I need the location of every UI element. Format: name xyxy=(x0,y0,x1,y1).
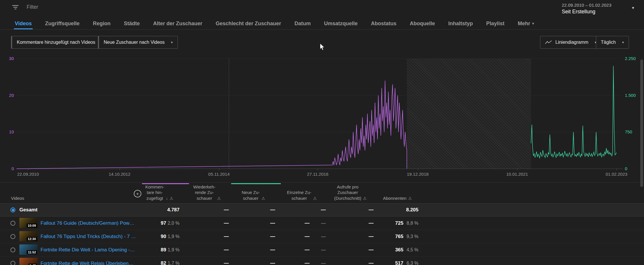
x-axis-tick-label: 27.11.2016 xyxy=(307,172,328,177)
video-thumbnail[interactable]: 10:09 xyxy=(19,218,38,228)
chart-type-selector[interactable]: Liniendiagramm ▾ xyxy=(540,36,601,49)
cell-value: — xyxy=(305,260,310,265)
column-header-aufrufe-pro[interactable]: Aufrufe pro Zuschauer (Durchschnitt)⚠ xyxy=(327,183,374,204)
x-axis-tick-mark xyxy=(219,169,219,170)
metric-selector-comments[interactable]: Kommentare hinzugefügt nach Videos ▾ xyxy=(11,36,108,49)
x-axis-tick-mark xyxy=(120,169,120,170)
tab-städte[interactable]: Städte xyxy=(124,18,140,29)
metric-selector-new-viewers[interactable]: Neue Zuschauer nach Videos ▾ xyxy=(98,36,178,49)
granularity-label: Täglich xyxy=(601,40,616,45)
x-axis-tick-label: 01.02.2023 xyxy=(606,172,627,177)
left-axis-tick-label: 0 xyxy=(0,166,14,171)
tab-region[interactable]: Region xyxy=(93,18,111,29)
column-header-neue-zu-[interactable]: Neue Zu- schauer⚠ xyxy=(232,183,275,204)
sort-descending-icon[interactable]: ↓ xyxy=(166,196,168,201)
tab-label: Inhaltstyp xyxy=(448,21,473,27)
tab-label: Aboquelle xyxy=(410,21,435,27)
video-row-radio[interactable] xyxy=(10,247,15,252)
data-cell: 3654,5 % xyxy=(376,243,418,256)
filter-input[interactable]: Filter xyxy=(12,4,38,10)
column-header-kommen-[interactable]: Kommen- tare hin- zugefügt↓⚠ xyxy=(139,183,180,204)
total-value: 8.205 xyxy=(406,207,418,213)
cell-value: — xyxy=(270,234,275,239)
cell-percent: 6,3 % xyxy=(403,261,418,265)
x-axis-tick-mark xyxy=(517,169,517,170)
total-cell: — xyxy=(327,204,374,216)
video-row-radio[interactable] xyxy=(10,234,15,239)
data-cell: — xyxy=(327,217,374,230)
data-cell: 821,7 % xyxy=(139,257,180,265)
video-row-radio[interactable] xyxy=(10,261,15,265)
left-axis-tick-label: 10 xyxy=(0,129,14,134)
video-title-link[interactable]: Fallout 76 Tipps Und Tricks (Deutsch) - … xyxy=(41,234,136,239)
video-thumbnail[interactable]: 12:30 xyxy=(19,231,38,242)
data-cell: — xyxy=(232,243,275,256)
date-range-picker[interactable]: 22.09.2010 – 01.02.2023 Seit Erstellung xyxy=(562,3,611,15)
data-cell: 7258,8 % xyxy=(376,217,418,230)
tab-videos[interactable]: Videos xyxy=(15,18,32,29)
video-title-link[interactable]: Fallout 76 Guide (Deutsch/German) Powerg… xyxy=(41,220,136,226)
series-line-kommentare-hinzugefügt xyxy=(17,81,407,169)
cell-value: — xyxy=(270,260,275,265)
metric-label: Neue Zuschauer nach Videos xyxy=(104,40,165,45)
vertical-scrollbar[interactable] xyxy=(640,59,643,187)
cell-percent: 2,0 % xyxy=(166,221,180,226)
left-axis-tick-label: 20 xyxy=(0,93,14,98)
cell-percent: — xyxy=(310,247,326,253)
data-cell: — xyxy=(327,257,374,265)
cell-value: — xyxy=(305,220,310,226)
total-value: — xyxy=(369,207,374,213)
column-header-einzelne-zu-[interactable]: Einzelne Zu- schauer⚠ xyxy=(278,183,326,204)
date-range-text: 22.09.2010 – 01.02.2023 xyxy=(562,3,611,8)
tabs-divider xyxy=(0,29,644,30)
column-header-label: Kommen- tare hin- zugefügt xyxy=(145,184,164,201)
cell-value: 765 xyxy=(395,234,403,239)
tab-geschlecht-der-zuschauer[interactable]: Geschlecht der Zuschauer xyxy=(216,18,281,29)
tab-label: Playlist xyxy=(486,21,504,27)
total-row-label: Gesamt xyxy=(19,207,37,213)
x-axis-tick-label: 22.09.2010 xyxy=(17,172,39,177)
tab-umsatzquelle[interactable]: Umsatzquelle xyxy=(324,18,358,29)
tab-abostatus[interactable]: Abostatus xyxy=(371,18,396,29)
tab-datum[interactable]: Datum xyxy=(294,18,311,29)
data-cell: —— xyxy=(278,230,326,243)
tab-playlist[interactable]: Playlist xyxy=(486,18,504,29)
table-row: 12:30Fallout 76 Tipps Und Tricks (Deutsc… xyxy=(0,230,644,243)
videos-table-header: Videos + Kommen- tare hin- zugefügt↓⚠Wie… xyxy=(0,182,644,204)
tab-mehr[interactable]: Mehr▾ xyxy=(518,18,534,29)
tab-inhaltstyp[interactable]: Inhaltstyp xyxy=(448,18,473,29)
total-row-radio[interactable] xyxy=(10,208,15,213)
tab-label: Datum xyxy=(294,21,311,27)
granularity-selector[interactable]: Täglich ▾ xyxy=(596,36,629,49)
video-thumbnail[interactable]: 1:48 xyxy=(19,258,38,265)
x-axis-tick-mark xyxy=(616,169,617,170)
tab-zugriffsquelle[interactable]: Zugriffsquelle xyxy=(45,18,80,29)
right-axis-tick-label: 1.500 xyxy=(625,93,636,98)
video-title-link[interactable]: Fortnite Rette Die Welt - Lama Opening -… xyxy=(41,247,136,253)
data-cell: — xyxy=(185,257,229,265)
video-thumbnail[interactable]: 11:52 xyxy=(19,244,38,255)
tab-aboquelle[interactable]: Aboquelle xyxy=(410,18,435,29)
cell-percent: 1,7 % xyxy=(166,261,180,265)
column-header-wiederkeh-[interactable]: Wiederkeh- rende Zu- schauer⚠ xyxy=(185,183,229,204)
cell-value: 89 xyxy=(161,247,166,253)
cell-value: — xyxy=(224,234,229,239)
cell-percent: 4,5 % xyxy=(403,247,418,253)
data-cell: 891,9 % xyxy=(139,243,180,256)
tab-alter-der-zuschauer[interactable]: Alter der Zuschauer xyxy=(153,18,202,29)
cell-value: 90 xyxy=(161,234,166,239)
mouse-cursor xyxy=(320,43,325,52)
video-title-link[interactable]: Fortnite Rette die Welt Relais Überleben… xyxy=(41,260,136,265)
chevron-down-icon[interactable]: ▾ xyxy=(632,5,634,10)
tab-label: Abostatus xyxy=(371,21,396,27)
data-cell: 5176,3 % xyxy=(376,257,418,265)
cell-value: — xyxy=(224,260,229,265)
column-header-abonnenten[interactable]: Abonnenten⚠ xyxy=(376,183,418,204)
metric-warning-icon: ⚠ xyxy=(363,196,367,201)
top-filter-bar: Filter 22.09.2010 – 01.02.2023 Seit Erst… xyxy=(0,0,644,16)
metric-label: Kommentare hinzugefügt nach Videos xyxy=(17,40,95,45)
data-cell: — xyxy=(327,230,374,243)
video-row-radio[interactable] xyxy=(10,221,15,226)
x-axis-tick-mark xyxy=(418,169,418,170)
cell-value: — xyxy=(270,220,275,226)
